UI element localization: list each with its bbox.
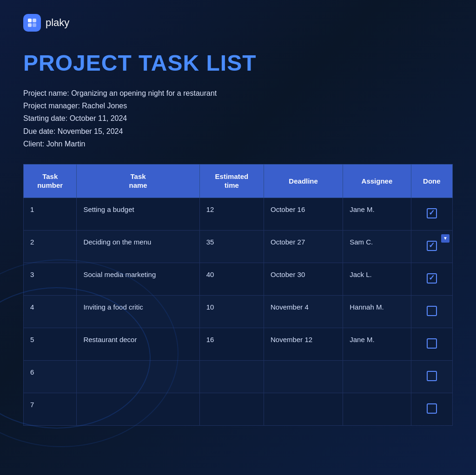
cell-assignee-0: Jane M. [343,198,411,230]
project-manager-line: Project manager: Rachel Jones [23,99,453,112]
svg-rect-1 [33,19,36,22]
cell-number-1: 2 [24,230,77,263]
table-row: 2Deciding on the menu35October 27Sam C.▼ [24,230,453,263]
checkbox-unchecked-6[interactable] [427,403,437,414]
cell-assignee-2: Jack L. [343,263,411,295]
table-row: 7 [24,393,453,425]
cell-time-1: 35 [199,230,264,263]
checkbox-checked-1[interactable] [427,241,437,251]
starting-date-value: October 11, 2024 [70,114,127,122]
cell-assignee-6 [343,393,411,425]
table-row: 5Restaurant decor16November 12Jane M. [24,328,453,360]
logo-area: plaky [23,14,453,32]
cell-done-4[interactable] [411,328,452,360]
cell-task-5 [77,360,199,393]
header-estimated-time: Estimatedtime [199,164,264,198]
cell-deadline-3: November 4 [264,295,343,328]
checkbox-checked-2[interactable] [427,273,437,284]
project-name-label: Project name: [23,89,71,97]
project-manager-label: Project manager: [23,102,82,110]
cell-done-3[interactable] [411,295,452,328]
starting-date-label: Starting date: [23,114,70,122]
svg-rect-0 [28,19,32,22]
cell-task-3: Inviting a food critic [77,295,199,328]
cell-done-1[interactable]: ▼ [411,230,452,263]
page-title: PROJECT TASK LIST [23,50,453,76]
client-value: John Martin [46,140,86,148]
logo-text: plaky [46,17,69,29]
cell-number-0: 1 [24,198,77,230]
cell-assignee-1: Sam C. [343,230,411,263]
cell-done-0[interactable] [411,198,452,230]
svg-rect-2 [28,23,32,27]
due-date-value: November 15, 2024 [58,127,123,135]
cell-time-3: 10 [199,295,264,328]
table-row: 6 [24,360,453,393]
table-row: 3Social media marketing40October 30Jack … [24,263,453,295]
project-info: Project name: Organizing an opening nigh… [23,87,453,150]
cell-number-3: 4 [24,295,77,328]
header-task-number: Tasknumber [24,164,77,198]
cell-deadline-0: October 16 [264,198,343,230]
table-row: 4Inviting a food critic10November 4Hanna… [24,295,453,328]
cell-done-6[interactable] [411,393,452,425]
cell-deadline-1: October 27 [264,230,343,263]
client-label: Client: [23,140,46,148]
cell-time-0: 12 [199,198,264,230]
table-header-row: Tasknumber Taskname Estimatedtime Deadli… [24,164,453,198]
cell-time-6 [199,393,264,425]
plaky-logo-icon [23,14,41,32]
header-assignee: Assignee [343,164,411,198]
checkbox-unchecked-3[interactable] [427,306,437,316]
header-task-name: Taskname [77,164,199,198]
cell-deadline-6 [264,393,343,425]
cell-done-2[interactable] [411,263,452,295]
cell-deadline-2: October 30 [264,263,343,295]
cell-number-6: 7 [24,393,77,425]
cell-task-1: Deciding on the menu [77,230,199,263]
due-date-label: Due date: [23,127,58,135]
cell-assignee-4: Jane M. [343,328,411,360]
cell-done-5[interactable] [411,360,452,393]
cell-deadline-4: November 12 [264,328,343,360]
checkbox-checked-0[interactable] [427,208,437,218]
task-table: Tasknumber Taskname Estimatedtime Deadli… [23,164,453,426]
cell-task-4: Restaurant decor [77,328,199,360]
project-manager-value: Rachel Jones [82,102,127,110]
dropdown-arrow-icon[interactable]: ▼ [441,234,450,243]
checkbox-unchecked-4[interactable] [427,338,437,349]
cell-task-2: Social media marketing [77,263,199,295]
cell-assignee-3: Hannah M. [343,295,411,328]
svg-rect-3 [33,23,36,27]
cell-assignee-5 [343,360,411,393]
cell-time-4: 16 [199,328,264,360]
cell-number-5: 6 [24,360,77,393]
header-deadline: Deadline [264,164,343,198]
table-row: 1Setting a budget12October 16Jane M. [24,198,453,230]
cell-time-2: 40 [199,263,264,295]
checkbox-unchecked-5[interactable] [427,371,437,381]
cell-deadline-5 [264,360,343,393]
cell-number-2: 3 [24,263,77,295]
starting-date-line: Starting date: October 11, 2024 [23,112,453,125]
due-date-line: Due date: November 15, 2024 [23,125,453,138]
project-name-line: Project name: Organizing an opening nigh… [23,87,453,99]
cell-time-5 [199,360,264,393]
cell-task-0: Setting a budget [77,198,199,230]
cell-number-4: 5 [24,328,77,360]
cell-task-6 [77,393,199,425]
client-line: Client: John Martin [23,138,453,150]
project-name-value: Organizing an opening night for a restau… [71,89,217,97]
header-done: Done [411,164,452,198]
